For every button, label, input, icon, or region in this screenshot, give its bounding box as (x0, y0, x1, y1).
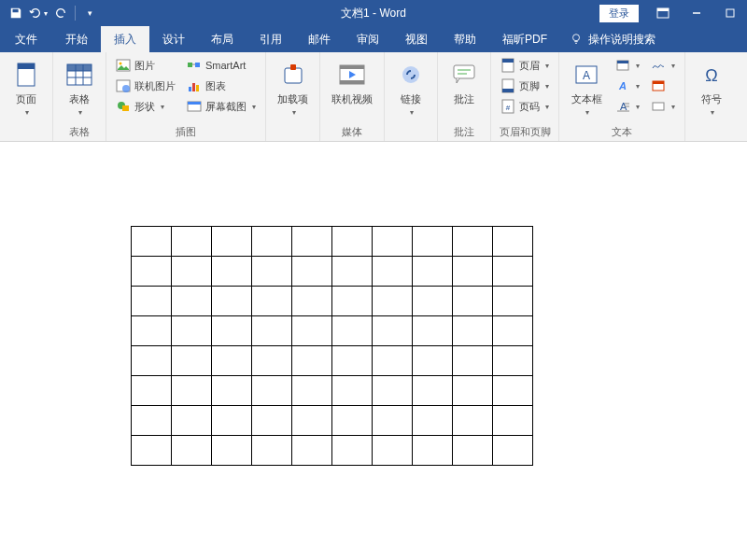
table-cell[interactable] (292, 346, 332, 376)
table-cell[interactable] (332, 376, 373, 406)
table-cell[interactable] (453, 287, 493, 316)
table-cell[interactable] (252, 227, 292, 257)
table-cell[interactable] (493, 346, 533, 376)
wordart-button[interactable]: A▾ (612, 77, 643, 95)
textbox-button[interactable]: A 文本框▾ (565, 56, 608, 121)
table-cell[interactable] (212, 436, 252, 466)
table-cell[interactable] (332, 227, 373, 257)
table-cell[interactable] (132, 227, 172, 257)
table-cell[interactable] (373, 316, 413, 346)
addins-button[interactable]: 加载项▾ (272, 56, 314, 121)
table-cell[interactable] (212, 376, 252, 406)
tab-help[interactable]: 帮助 (441, 26, 489, 52)
table-cell[interactable] (132, 376, 172, 406)
table-cell[interactable] (453, 436, 493, 466)
page-number-button[interactable]: #页码▾ (497, 97, 553, 116)
ribbon-display-icon[interactable] (646, 0, 680, 26)
table-cell[interactable] (292, 406, 332, 436)
screenshot-button[interactable]: 屏幕截图▾ (183, 97, 260, 116)
tab-view[interactable]: 视图 (392, 26, 441, 52)
table-cell[interactable] (212, 227, 252, 257)
table-cell[interactable] (252, 406, 292, 436)
table-cell[interactable] (252, 346, 292, 376)
tell-me[interactable]: 操作说明搜索 (560, 26, 655, 52)
table-cell[interactable] (373, 346, 413, 376)
table-cell[interactable] (172, 227, 212, 257)
table-cell[interactable] (172, 316, 212, 346)
dropcap-button[interactable]: A▾ (612, 97, 643, 116)
table-cell[interactable] (172, 406, 212, 436)
smartart-button[interactable]: SmartArt (183, 56, 260, 75)
table-cell[interactable] (292, 287, 332, 316)
redo-icon[interactable] (50, 3, 71, 23)
comment-button[interactable]: 批注 (444, 56, 485, 109)
tab-file[interactable]: 文件 (0, 26, 52, 52)
chart-button[interactable]: 图表 (183, 77, 260, 95)
online-video-button[interactable]: 联机视频 (326, 56, 378, 109)
table-cell[interactable] (413, 257, 453, 287)
table-cell[interactable] (453, 316, 493, 346)
table-cell[interactable] (172, 257, 212, 287)
table-cell[interactable] (413, 436, 453, 466)
pictures-button[interactable]: 图片 (112, 56, 179, 75)
table-cell[interactable] (493, 316, 533, 346)
table-cell[interactable] (413, 287, 453, 316)
table-cell[interactable] (373, 376, 413, 406)
shapes-button[interactable]: 形状▾ (112, 97, 179, 116)
table-cell[interactable] (252, 436, 292, 466)
table-cell[interactable] (212, 316, 252, 346)
table-cell[interactable] (132, 287, 172, 316)
table-cell[interactable] (252, 316, 292, 346)
table-cell[interactable] (373, 257, 413, 287)
table-cell[interactable] (493, 227, 533, 257)
table-cell[interactable] (132, 346, 172, 376)
table-cell[interactable] (132, 316, 172, 346)
table-cell[interactable] (292, 257, 332, 287)
table-cell[interactable] (332, 257, 373, 287)
links-button[interactable]: 链接▾ (390, 56, 431, 121)
tab-insert[interactable]: 插入 (101, 26, 149, 52)
table-cell[interactable] (413, 376, 453, 406)
table-cell[interactable] (493, 287, 533, 316)
table-cell[interactable] (332, 316, 373, 346)
quick-parts-button[interactable]: ▾ (612, 56, 643, 75)
table-cell[interactable] (332, 346, 373, 376)
table-cell[interactable] (172, 346, 212, 376)
table-cell[interactable] (493, 257, 533, 287)
table-cell[interactable] (172, 287, 212, 316)
table-cell[interactable] (292, 436, 332, 466)
table-cell[interactable] (132, 257, 172, 287)
table-cell[interactable] (453, 227, 493, 257)
table-cell[interactable] (212, 287, 252, 316)
tab-references[interactable]: 引用 (247, 26, 295, 52)
maximize-icon[interactable] (713, 0, 747, 26)
table-cell[interactable] (292, 227, 332, 257)
table-cell[interactable] (292, 316, 332, 346)
table-cell[interactable] (292, 376, 332, 406)
undo-icon[interactable]: ▾ (28, 3, 49, 23)
table-cell[interactable] (252, 376, 292, 406)
table-cell[interactable] (332, 287, 373, 316)
table-cell[interactable] (493, 376, 533, 406)
table-cell[interactable] (373, 227, 413, 257)
table-cell[interactable] (373, 406, 413, 436)
tab-home[interactable]: 开始 (52, 26, 101, 52)
symbol-button[interactable]: Ω 符号▾ (691, 56, 732, 121)
table-cell[interactable] (413, 227, 453, 257)
document-area[interactable]: I≡ (0, 142, 747, 466)
table-cell[interactable] (453, 376, 493, 406)
table-cell[interactable] (212, 406, 252, 436)
login-button[interactable]: 登录 (599, 5, 639, 22)
tab-mailings[interactable]: 邮件 (295, 26, 344, 52)
table-cell[interactable] (132, 406, 172, 436)
footer-button[interactable]: 页脚▾ (497, 77, 553, 95)
table-cell[interactable] (413, 346, 453, 376)
table-cell[interactable] (252, 287, 292, 316)
table-cell[interactable] (332, 436, 373, 466)
table-cell[interactable] (172, 376, 212, 406)
table-cell[interactable] (453, 257, 493, 287)
table-cell[interactable] (453, 406, 493, 436)
table-cell[interactable] (373, 287, 413, 316)
tab-design[interactable]: 设计 (149, 26, 198, 52)
tab-foxit[interactable]: 福昕PDF (489, 26, 560, 52)
